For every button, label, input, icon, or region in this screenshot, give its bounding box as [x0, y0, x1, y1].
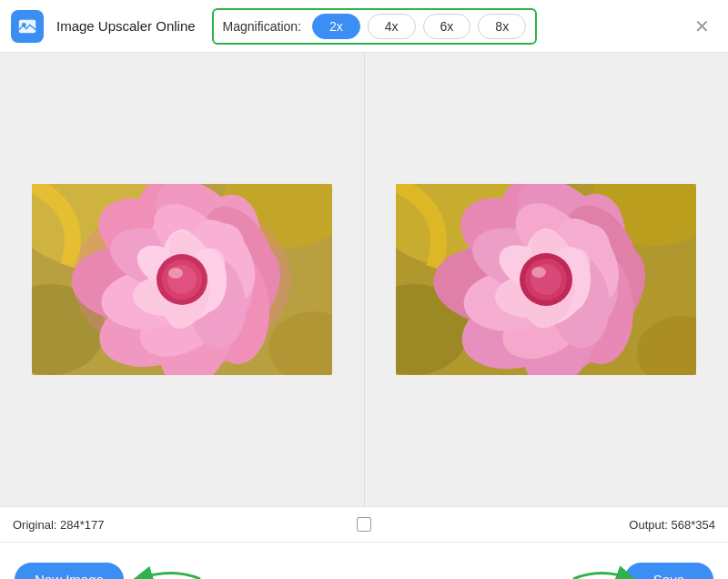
upscaled-panel: [365, 53, 729, 506]
original-panel: [0, 53, 365, 506]
svg-point-76: [531, 267, 546, 278]
close-button[interactable]: ✕: [687, 14, 717, 39]
magnification-control: Magnification: 2x 4x 6x 8x: [212, 8, 538, 45]
main-content: [0, 53, 728, 506]
arrow-left-icon: [127, 563, 209, 579]
action-bar: New Image Save: [0, 543, 728, 579]
magnification-label: Magnification:: [223, 19, 301, 34]
output-dimensions: Output: 568*354: [371, 518, 715, 532]
app-icon: [11, 10, 44, 43]
arrow-right-icon: [564, 563, 646, 579]
original-image: [32, 184, 332, 375]
mag-8x-button[interactable]: 8x: [478, 14, 526, 39]
app-title: Image Upscaler Online: [56, 18, 196, 34]
upscaled-image: [396, 184, 696, 375]
mag-2x-button[interactable]: 2x: [312, 14, 360, 39]
svg-point-39: [168, 268, 183, 279]
info-bar: Original: 284*177 Output: 568*354: [0, 506, 728, 543]
compare-checkbox[interactable]: [357, 517, 371, 532]
mag-6x-button[interactable]: 6x: [423, 14, 471, 39]
original-dimensions: Original: 284*177: [13, 518, 357, 532]
mag-4x-button[interactable]: 4x: [368, 14, 416, 39]
new-image-button[interactable]: New Image: [15, 563, 124, 580]
app-header: Image Upscaler Online Magnification: 2x …: [0, 0, 728, 53]
